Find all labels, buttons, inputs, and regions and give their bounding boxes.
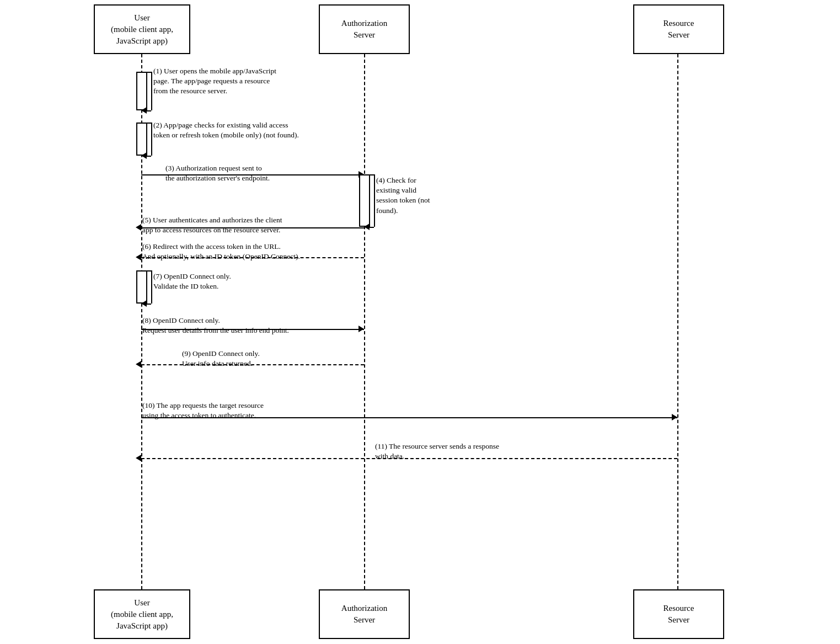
activation-step7 [136, 270, 147, 304]
user-bottom-label: User (mobile client app, JavaScript app) [111, 597, 173, 632]
step8-label: (8) OpenID Connect only. Request user de… [142, 316, 289, 336]
auth-server-top-label: Authorization Server [341, 18, 387, 41]
step9-arrowhead [136, 361, 141, 368]
sequence-diagram: User (mobile client app, JavaScript app)… [0, 0, 840, 644]
step6-label: (6) Redirect with the access token in th… [142, 242, 300, 262]
step11-label: (11) The resource server sends a respons… [375, 441, 499, 461]
auth-server-bottom-box: Authorization Server [319, 589, 410, 639]
user-top-box: User (mobile client app, JavaScript app) [94, 4, 190, 54]
user-bottom-box: User (mobile client app, JavaScript app) [94, 589, 190, 639]
activation-step2 [136, 123, 147, 156]
user-top-label: User (mobile client app, JavaScript app) [111, 12, 173, 47]
step1-label: (1) User opens the mobile app/JavaScript… [153, 66, 276, 97]
auth-server-lifeline [364, 54, 365, 589]
step4-label: (4) Check for existing valid session tok… [376, 175, 430, 216]
activation-step4 [359, 174, 370, 227]
step6-arrowhead [136, 254, 141, 260]
resource-server-bottom-box: Resource Server [633, 589, 724, 639]
resource-server-bottom-label: Resource Server [664, 603, 694, 626]
step7-arrowhead [141, 300, 147, 307]
auth-server-bottom-label: Authorization Server [341, 603, 387, 626]
step10-arrowhead [672, 414, 677, 421]
step5-label: (5) User authenticates and authorizes th… [142, 215, 282, 235]
resource-server-top-label: Resource Server [664, 18, 694, 41]
step3-label: (3) Authorization request sent to the au… [165, 163, 270, 183]
activation-step1 [136, 72, 147, 110]
resource-server-lifeline [677, 54, 678, 589]
step9-label: (9) OpenID Connect only. User info data … [182, 349, 260, 369]
step11-arrowhead [136, 455, 141, 461]
step1-arrowhead [141, 107, 147, 114]
step5-arrowhead [136, 224, 141, 231]
step2-arrowhead [141, 152, 147, 159]
step4-arrowhead [364, 223, 370, 230]
step8-arrowhead [359, 326, 364, 332]
step10-label: (10) The app requests the target resourc… [142, 401, 264, 421]
resource-server-top-box: Resource Server [633, 4, 724, 54]
step7-label: (7) OpenID Connect only. Validate the ID… [153, 272, 231, 291]
auth-server-top-box: Authorization Server [319, 4, 410, 54]
step2-label: (2) App/page checks for existing valid a… [153, 120, 299, 140]
